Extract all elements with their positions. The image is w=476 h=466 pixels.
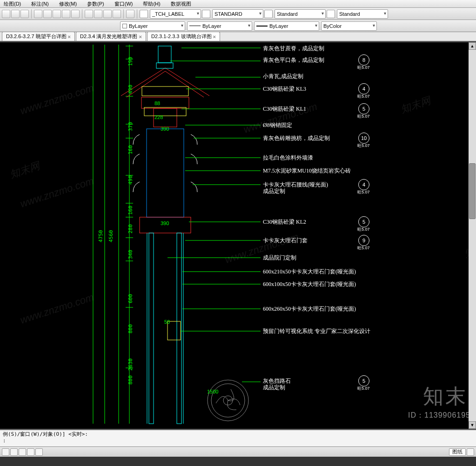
annotation-label: 青灰色甘蔗脊，成品定制 (263, 45, 324, 53)
tool-icon[interactable] (34, 10, 42, 18)
status-icon[interactable] (35, 448, 43, 456)
scroll-down-icon[interactable]: ▼ (469, 421, 476, 429)
detail-callout-ref: 旺5.07 (357, 113, 370, 120)
menu-draw[interactable]: 绘图(D) (4, 0, 21, 7)
tool-icon[interactable] (43, 10, 52, 18)
tool-icon[interactable] (113, 10, 121, 18)
svg-rect-16 (147, 129, 184, 217)
separator (137, 9, 137, 19)
menu-help[interactable]: 帮助(H) (143, 0, 160, 7)
status-icon[interactable] (19, 448, 26, 456)
combo-tablestyle[interactable]: Standard (275, 9, 326, 19)
annotation-label: C30钢筋砼梁 KL2 (263, 218, 306, 226)
detail-callout-ref: 旺5.07 (357, 226, 370, 233)
annotation-sub: 成品定制 (263, 187, 285, 195)
annotation-label: 拉毛白色涂料外墙漆 (263, 154, 313, 162)
tab-d326[interactable]: D3.2.6-3.2.7 眺望平台详图× (2, 32, 75, 41)
dimension-value: 600 (127, 294, 134, 303)
dimension-value: 490 (127, 175, 134, 185)
tool-icon[interactable] (85, 10, 93, 18)
annotation-label: Ø8钢销固定 (263, 121, 292, 129)
command-line[interactable]: 例(S)/窗口(W)/对象(O)] <实时>: : (0, 430, 476, 446)
separator (123, 9, 124, 19)
svg-rect-24 (158, 46, 171, 63)
detail-callout: 9 (358, 235, 369, 246)
combo-dimstyle[interactable]: STANDARD (212, 9, 263, 19)
combo-color[interactable]: ByLayer (120, 21, 185, 31)
status-icon[interactable] (27, 448, 34, 456)
dimension-value: 88 (154, 100, 160, 106)
menu-window[interactable]: 窗口(W) (114, 0, 133, 7)
annotation-label: 600x210x50卡卡灰大理石门套(哑光面) (263, 268, 356, 276)
tool-icon[interactable] (103, 10, 112, 18)
dimension-overall: 4560 (108, 230, 114, 243)
vertical-scrollbar[interactable]: ▲ ▼ (469, 42, 476, 429)
dimension-value: 490 (127, 85, 134, 94)
annotation-label: C30钢筋砼梁 KL3 (263, 85, 306, 93)
textstyle-icon[interactable] (140, 10, 148, 18)
svg-rect-26 (142, 87, 188, 96)
menu-modify[interactable]: 修改(M) (59, 0, 77, 7)
tab-label: D3.2.6-3.2.7 眺望平台详图 (6, 33, 67, 40)
paper-label[interactable]: 图纸 (449, 448, 466, 456)
tablestyle-icon[interactable] (264, 10, 273, 18)
status-icon[interactable] (467, 448, 474, 456)
tab-d234[interactable]: D2.3.4 满月发光雕塑详图× (76, 32, 146, 41)
tool-icon[interactable] (71, 10, 80, 18)
menu-bar: 绘图(D) 标注(N) 修改(M) 参数(P) 窗口(W) 帮助(H) 数据视图 (0, 0, 476, 8)
annotation-label: 600x100x50卡卡灰大理石门套(哑光面) (263, 280, 356, 288)
svg-rect-22 (141, 97, 189, 108)
detail-callout: 8 (358, 54, 369, 66)
close-icon[interactable]: × (68, 34, 71, 40)
scroll-thumb[interactable] (469, 163, 476, 219)
dimension-value: 160 (127, 145, 134, 154)
drawing-canvas[interactable]: 1904903701604901602803406002630800800 45… (0, 41, 476, 430)
tool-icon[interactable] (62, 10, 70, 18)
tool-icon[interactable] (53, 10, 61, 18)
detail-callout-ref: 旺5.07 (357, 93, 370, 100)
menu-dataview[interactable]: 数据视图 (171, 0, 191, 7)
menu-dimension[interactable]: 标注(N) (31, 0, 48, 7)
status-icon[interactable] (10, 448, 18, 456)
dimstyle-icon[interactable] (202, 10, 210, 18)
tool-icon[interactable] (20, 10, 29, 18)
dimension-value: 228 (154, 114, 163, 120)
menu-parametric[interactable]: 参数(P) (87, 0, 104, 7)
tab-label: D2.3.1-2.3.3 玻璃眺台详图 (151, 33, 212, 40)
combo-textstyle[interactable]: _TCH_LABEL (150, 9, 201, 19)
mleaderstyle-icon[interactable] (327, 10, 335, 18)
tool-icon[interactable] (94, 10, 102, 18)
combo-plotstyle[interactable]: ByColor (321, 21, 377, 31)
svg-rect-18 (149, 233, 154, 424)
tool-icon[interactable] (11, 10, 20, 18)
combo-mleaderstyle[interactable]: Standard (337, 9, 388, 19)
annotation-label: 青灰色平口条，成品定制 (263, 56, 324, 64)
dimension-value: 390 (161, 126, 169, 132)
tool-icon[interactable] (2, 10, 10, 18)
annotation-label: 卡卡灰大理石门套 (263, 237, 308, 245)
detail-callout: 5 (358, 216, 369, 227)
scroll-up-icon[interactable]: ▲ (469, 42, 476, 50)
status-bar: 图纸 (0, 446, 476, 457)
dimension-value: 1500 (207, 389, 218, 394)
annotation-label: 预留门铃可视化系统 专业厂家二次深化设计 (263, 327, 370, 335)
dimension-value: 800 (127, 324, 134, 333)
detail-callout-ref: 旺5.07 (357, 245, 370, 251)
detail-callout-ref: 旺5.07 (357, 143, 370, 149)
detail-callout-ref: 旺5.07 (357, 65, 370, 71)
close-icon[interactable]: × (139, 34, 142, 40)
status-icon[interactable] (2, 448, 9, 456)
command-prompt[interactable]: : (3, 438, 473, 444)
dimension-value: 190 (127, 57, 134, 66)
detail-callout-ref: 旺5.07 (357, 189, 370, 195)
combo-linetype[interactable]: ByLayer (187, 21, 252, 31)
combo-lineweight[interactable]: ByLayer (254, 21, 319, 31)
dimension-value: 390 (161, 220, 169, 226)
detail-callout: 4 (358, 179, 369, 190)
close-icon[interactable]: × (213, 34, 216, 40)
tab-d231[interactable]: D2.3.1-2.3.3 玻璃眺台详图× (147, 32, 220, 41)
dimension-value: 160 (127, 206, 134, 215)
tool-icon[interactable] (126, 10, 134, 18)
dimension-value: 800 (127, 375, 134, 385)
detail-callout: 4 (358, 83, 369, 94)
